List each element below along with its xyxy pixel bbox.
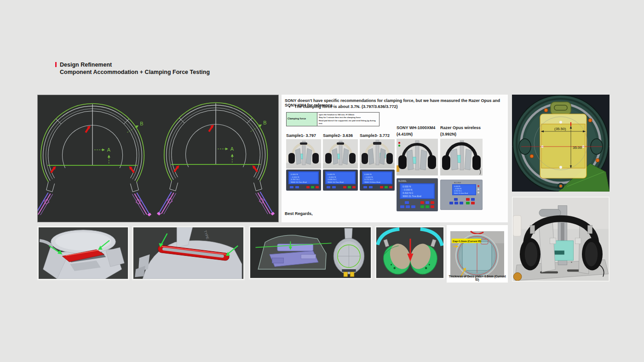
lcd-line-2: - 0.000 N — [402, 188, 413, 191]
sample-2-test-photo — [323, 139, 358, 169]
portfolio-slide: Design Refinement Component Accommodatio… — [0, 0, 644, 362]
cad-headband-panel: A B — [37, 95, 279, 222]
headphone-test-rig-photo — [512, 197, 610, 282]
right-ear-cup — [312, 153, 319, 164]
headband-anchor-part — [551, 102, 571, 115]
sample-3-test-photo — [360, 139, 395, 169]
sony-reference-column: SONY WH-1000XM4 (4.410N) BLD80IL 0.000 N — [397, 125, 438, 211]
folded-headphone-render — [375, 226, 445, 279]
sample-2-force-gauge-lcd: 0.000 N - 0.000 N 3.636 N C 3000 10.7ms … — [323, 170, 358, 191]
sony-reference-force: (4.410N) — [397, 131, 438, 138]
lcd-model-label: BLD806 — [454, 181, 461, 184]
lcd-line-4: 3000 10.7ms End — [328, 181, 344, 183]
sony-reference-name: SONY WH-1000XM4 — [397, 125, 438, 131]
deco-plate-render-2-graphic: TYPE — [133, 227, 243, 279]
lcd-line-2: - 0.000 N — [291, 176, 299, 178]
signoff-text: Best Regards, — [285, 211, 313, 216]
lcd-line-1: 0.000 N — [402, 185, 411, 188]
earcup-cross-section-panel: (35.50) 35.00 — [512, 95, 610, 192]
sample-2-column: Sample2- 3.636 0.000 N - 0.000 N 3.636 N… — [323, 133, 358, 191]
sample-1-test-photo — [286, 139, 321, 169]
lcd-model-label: BLD80IL — [398, 180, 407, 182]
sample-1-column: Sample1- 3.797 0.000 N - 0.000 N 3.797 N… — [286, 133, 321, 191]
lcd-line-4: 3000 21.7ms End — [402, 195, 421, 198]
lcd-line-4: 3000 15.6ms End — [364, 181, 380, 183]
test-rig-photo-graphic — [513, 198, 609, 281]
gap-callout-label: Gap=1.0mm (Current ID) — [453, 240, 481, 243]
sample-1-label: Sample1- 3.797 — [286, 133, 321, 138]
lcd-line-3: 3.992 N C — [454, 190, 462, 192]
razer-reference-name: Razer Opus wireless — [440, 125, 483, 131]
lcd-line-4: 3000 10.7ms End — [291, 181, 307, 183]
title-accent-bar — [55, 62, 57, 67]
lcd-line-1: 0.000 N — [454, 186, 460, 187]
doc-bullet-list: The clamping force is about 3.7N. (3.797… — [288, 104, 506, 109]
lcd-line-3: 3.772 N C — [364, 178, 374, 181]
deco-plate-render-1-graphic — [39, 227, 128, 279]
dimension-height-label: 35.00 — [573, 146, 582, 150]
sample-3-label: Sample3- 3.772 — [360, 133, 395, 138]
table-procedure-cell: open the headset to 160 mm, H 130mm Stay… — [317, 113, 380, 126]
lcd-line-1: 0.000 N — [328, 173, 334, 175]
lcd-line-3: 3.797 N C — [291, 178, 300, 181]
component-section-graphic — [250, 227, 371, 278]
headband-cad-drawing: A B — [38, 95, 278, 222]
gap-annotation-panel: Gap=1.0mm (Current ID) Thickness of Deco… — [447, 225, 508, 283]
lcd-line-1: 0.000 N — [291, 173, 298, 175]
lcd-line-2: - 0.000 N — [364, 176, 373, 178]
thickness-caption: Thickness of Deco plate= 0.6mm (Current … — [447, 275, 508, 281]
page-title: Design Refinement — [60, 61, 210, 68]
earcup-cross-section-cad: (35.50) 35.00 — [512, 95, 610, 192]
razer-test-photo — [440, 139, 483, 175]
lcd-line-2: - 0.000 N — [328, 176, 336, 178]
rig-left-plate — [539, 223, 555, 272]
folded-headphone-graphic — [376, 227, 443, 278]
deco-plate-render-2: TYPE — [132, 226, 245, 280]
left-ear-cup — [288, 153, 295, 164]
component-section-render — [249, 226, 372, 279]
clamping-force-table: Clamping force open the headset to 160 m… — [286, 112, 380, 126]
dimension-width-label: (35.50) — [554, 127, 566, 131]
sample-2-label: Sample2- 3.636 — [323, 133, 358, 138]
lcd-line-4: 3000 19.4ms End — [454, 192, 468, 194]
sample-1-force-gauge-lcd: 0.000 N - 0.000 N 3.797 N C 3000 10.7ms … — [286, 170, 321, 191]
page-subtitle: Component Accommodation + Clamping Force… — [60, 68, 210, 76]
lcd-line-3: 3.636 N C — [328, 178, 337, 181]
headband-drawing-left — [38, 103, 151, 216]
title-block: Design Refinement Component Accommodatio… — [55, 61, 210, 76]
doc-bullet-item: The clamping force is about 3.7N. (3.797… — [294, 104, 506, 109]
sample-3-force-gauge-lcd: 0.000 N - 0.000 N 3.772 N C 3000 15.6ms … — [360, 170, 395, 191]
razer-reference-force: (3.992N) — [440, 131, 483, 138]
sony-test-photo — [397, 139, 438, 175]
headband-drawing-right — [157, 102, 275, 215]
razer-force-gauge-lcd: BLD806 0.000 N - 0.000 N 3.992 N C 3000 … — [440, 180, 483, 210]
lcd-line-2: - 0.000 N — [454, 188, 461, 190]
gap-annotation-diagram: Gap=1.0mm (Current ID) — [447, 225, 508, 283]
sony-force-gauge-lcd: BLD80IL 0.000 N - 0.000 N 4.410 N C 3000… — [397, 178, 438, 211]
lcd-line-3: 4.410 N C — [402, 192, 414, 194]
razer-reference-column: Razer Opus wireless (3.992N) BLD806 0.00… — [440, 125, 483, 210]
sample-3-column: Sample3- 3.772 0.000 N - 0.000 N 3.772 N… — [360, 133, 395, 191]
lcd-line-1: 0.000 N — [364, 173, 371, 175]
clamping-force-document: SONY doesn't have specific recommendatio… — [282, 95, 508, 222]
procedure-line-3: Head pad doesn't be supported, ear pad n… — [319, 119, 378, 125]
deco-plate-render-1 — [37, 226, 129, 280]
table-header-cell: Clamping force — [287, 113, 317, 126]
